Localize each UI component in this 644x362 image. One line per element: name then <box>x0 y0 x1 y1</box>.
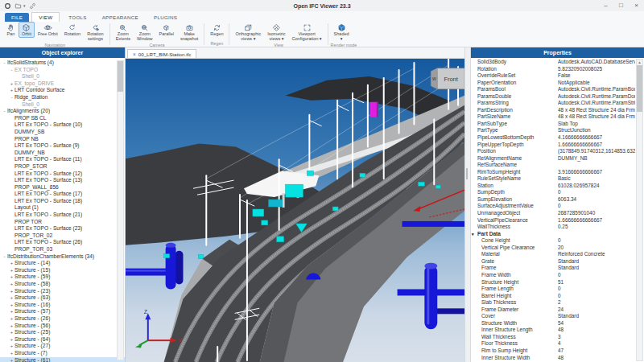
parallel-button[interactable]: Parallel <box>156 22 177 38</box>
collapse-icon[interactable]: - <box>2 253 7 261</box>
property-row[interactable]: GrateStandard <box>471 258 644 265</box>
tree-item[interactable]: LRT Ex TOPO - Surface (23) <box>0 225 125 232</box>
tree-item[interactable]: Shell_0 <box>0 101 125 109</box>
orbit-button[interactable]: Orbit <box>19 22 35 38</box>
property-row[interactable]: SumpDepth0 <box>471 189 644 196</box>
viewport-configuration-button[interactable]: ViewportConfiguration ▾ <box>289 22 325 43</box>
tree-item[interactable]: LRT Ex TOPO - Surface (9) <box>0 142 125 150</box>
regen-button[interactable]: Regen <box>207 22 226 38</box>
property-row[interactable]: Slab Thickness2 <box>471 299 644 306</box>
property-row[interactable]: MaterialReinforced Concrete <box>471 251 644 258</box>
properties-scrollbar-thumb[interactable] <box>637 65 642 112</box>
tree-item[interactable]: +Structure - (63) <box>0 294 125 302</box>
tree-item[interactable]: LRT Ex TOPO - Surface (12) <box>0 171 125 178</box>
property-row[interactable]: VerticalPipeClearance1.66666666666667 <box>471 217 644 224</box>
property-row[interactable]: Inner Structure Length48 <box>471 327 644 334</box>
property-row[interactable]: Frame Length0 <box>471 286 644 293</box>
property-row[interactable]: Inner Structure Width48 <box>471 355 644 362</box>
expand-icon[interactable]: + <box>9 336 14 343</box>
tree-item[interactable]: -Ridge_Station <box>0 94 125 101</box>
tab-view[interactable]: VIEW <box>31 12 60 22</box>
expand-icon[interactable]: + <box>9 267 14 274</box>
tree-item[interactable]: +EX_topo_DRIVE <box>0 80 125 88</box>
section-collapse-icon[interactable]: ▾ <box>472 231 474 238</box>
tree-item[interactable]: LRT Ex TOPO - Surface (13) <box>0 177 125 184</box>
tree-item[interactable]: +Structure - (26) <box>0 315 125 323</box>
expand-icon[interactable]: + <box>9 343 14 350</box>
tree-item[interactable]: +Structure - (58) <box>0 281 125 288</box>
expand-icon[interactable]: + <box>9 315 14 323</box>
tree-item[interactable]: +Structure - (61) <box>0 357 125 362</box>
property-row[interactable]: FrameStandard <box>471 265 644 272</box>
tree-item[interactable]: LRT Ex TOPO - Surface (21) <box>0 212 125 219</box>
collapse-icon[interactable]: - <box>2 60 7 67</box>
collapse-icon[interactable]: - <box>9 67 14 74</box>
tab-tools[interactable]: TOOLS <box>62 13 93 22</box>
expand-icon[interactable]: + <box>9 80 14 88</box>
make-snapshot-button[interactable]: Makesnapshot <box>177 22 201 43</box>
isometric-views-button[interactable]: Isometricviews ▾ <box>264 22 288 43</box>
property-section-row[interactable]: ▾Part Data <box>471 231 644 238</box>
expand-icon[interactable]: + <box>9 350 14 357</box>
free-orbit-button[interactable]: Free Orbit <box>35 22 61 38</box>
tree-item[interactable]: Layout (1) <box>0 204 125 212</box>
tab-appearance[interactable]: APPEARANCE <box>96 13 145 22</box>
tab-plugins[interactable]: PLUGINS <box>147 13 184 22</box>
property-row[interactable]: CoverStandard <box>471 313 644 320</box>
tab-file[interactable]: FILE <box>5 13 29 22</box>
tree-item[interactable]: +Structure - (59) <box>0 274 125 281</box>
tree-item[interactable]: +Structure - (56) <box>0 323 125 330</box>
tree-item[interactable]: DUMMY_NB <box>0 150 125 157</box>
tree-item[interactable]: +Structure - (57) <box>0 308 125 315</box>
property-row[interactable]: PartDescription48 x 48 Rect Structure 24… <box>471 107 644 114</box>
property-row[interactable]: Barrel Height0 <box>471 293 644 300</box>
property-row[interactable]: Cone Height0 <box>471 237 644 245</box>
property-row[interactable]: PartSizeName48 x 48 Rect Structure 24 di… <box>471 113 644 121</box>
rotation-button[interactable]: Rotation <box>61 22 85 38</box>
viewport-3d[interactable]: Front W Z X <box>126 59 464 362</box>
property-row[interactable]: Solid3dBodyAutodesk.AutoCAD.DatabaseServ… <box>471 59 644 66</box>
folder-button[interactable] <box>14 2 22 10</box>
orthographic-views-button[interactable]: Orthographicviews ▾ <box>232 22 264 43</box>
property-row[interactable]: SurfaceAdjustmentValue0 <box>471 203 644 210</box>
property-row[interactable]: PartSubTypeSlab Top <box>471 121 644 128</box>
tree-item[interactable]: -IfcDistributionChamberElements (34) <box>0 253 125 261</box>
tree-item[interactable]: LRT Ex TOPO - Surface (26) <box>0 239 125 246</box>
property-row[interactable]: Structure Height51 <box>471 279 644 286</box>
properties-scrollbar[interactable]: ▲ <box>636 59 643 361</box>
property-row[interactable]: Vertical Pipe Clearance20 <box>471 245 644 252</box>
property-row[interactable]: Position(3178849.91740312,1614853.632442… <box>471 148 644 155</box>
property-row[interactable]: ParamsDoubleAutodesk.Civil.Runtime.Param… <box>471 93 644 101</box>
property-row[interactable]: RuleSetStyleNameBasic <box>471 175 644 183</box>
tree-scrollbar[interactable] <box>117 60 124 360</box>
collapse-icon[interactable]: - <box>2 108 7 115</box>
property-row[interactable]: Frame Width0 <box>471 272 644 279</box>
tree-item[interactable]: +Structure - (64) <box>0 336 125 343</box>
expand-icon[interactable]: + <box>9 288 14 295</box>
tree-item[interactable]: +Structure - (7) <box>0 350 125 357</box>
expand-icon[interactable]: + <box>9 323 14 330</box>
tree-item[interactable]: PROP TOR <box>0 219 125 226</box>
property-row[interactable]: ParamsStringAutodesk.Civil.Runtime.Param… <box>471 100 644 107</box>
property-row[interactable]: Wall Thickness3 <box>471 334 644 341</box>
tree-item[interactable]: +LRT Corridor Surface <box>0 87 125 94</box>
property-row[interactable]: SumpElevation6063.34 <box>471 196 644 204</box>
property-row[interactable]: UnmanagedObject2687285901040 <box>471 210 644 217</box>
tree-item[interactable]: +Structure - (16) <box>0 302 125 309</box>
zoom-extents-button[interactable]: ZoomExtents <box>113 22 134 43</box>
property-row[interactable]: RimToSumpHeight3.91666666666667 <box>471 169 644 176</box>
property-row[interactable]: Frame Diameter24 <box>471 306 644 314</box>
tree-item[interactable]: Shell_0 <box>0 73 125 80</box>
tree-item[interactable]: PROP SB CL <box>0 115 125 122</box>
property-row[interactable]: OverrideRuleSetFalse <box>471 72 644 80</box>
tree-item[interactable]: +Structure - (25) <box>0 329 125 336</box>
property-row[interactable]: RefSurfaceName <box>471 162 644 169</box>
pan-button[interactable]: Pan <box>3 22 19 38</box>
tree-item[interactable]: +Structure - (27) <box>0 343 125 350</box>
tree-item[interactable]: +Structure - (14) <box>0 260 125 267</box>
tree-item[interactable]: PROP_WALL_856 <box>0 184 125 191</box>
tree-item[interactable]: LRT Ex TOPO - Surface (11) <box>0 156 125 163</box>
property-row[interactable]: WallThickness0.25 <box>471 224 644 231</box>
tree-item[interactable]: +Structure - (23) <box>0 288 125 295</box>
shaded-button[interactable]: Shaded▾ <box>331 22 353 43</box>
